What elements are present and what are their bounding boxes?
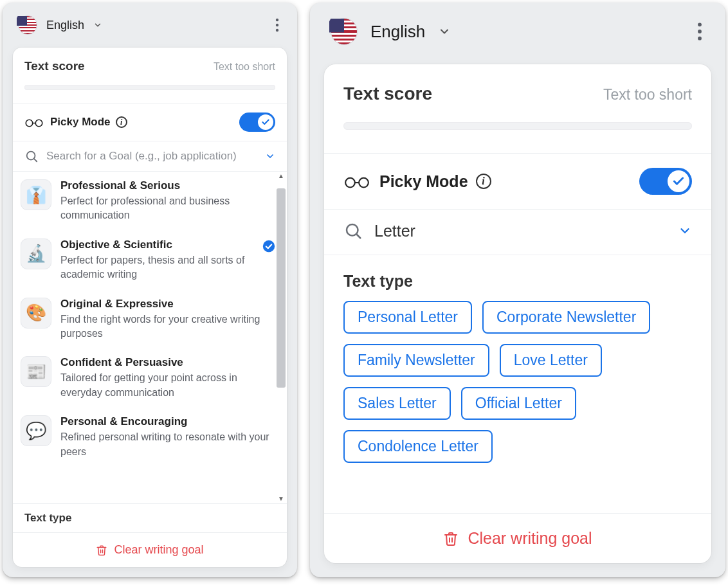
goal-search-input[interactable] xyxy=(374,222,666,240)
language-selector[interactable]: English xyxy=(18,15,102,35)
goal-search-input[interactable] xyxy=(46,150,257,163)
text-type-chip-group: Personal Letter Corporate Newsletter Fam… xyxy=(324,301,711,480)
svg-point-12 xyxy=(359,178,369,188)
flag-us-icon xyxy=(331,18,358,45)
goal-scrollbar[interactable]: ▲ ▼ xyxy=(277,172,286,503)
trash-icon xyxy=(443,531,459,546)
flag-us-icon xyxy=(18,15,37,35)
goal-list-scroll: 👔 Professional & Serious Perfect for pro… xyxy=(13,171,287,503)
picky-mode-label: Picky Mode i xyxy=(50,116,127,129)
briefcase-icon: 👔 xyxy=(21,179,51,210)
goal-item-professional[interactable]: 👔 Professional & Serious Perfect for pro… xyxy=(13,172,287,231)
scroll-up-arrow-icon[interactable]: ▲ xyxy=(278,172,284,181)
text-type-chip[interactable]: Official Letter xyxy=(461,387,576,420)
text-type-chip[interactable]: Sales Letter xyxy=(343,387,451,420)
score-card-right: Text score Text too short Picky Mode i xyxy=(324,64,711,563)
goal-title: Professional & Serious xyxy=(60,179,275,192)
text-type-chip[interactable]: Condolence Letter xyxy=(343,430,493,463)
svg-line-6 xyxy=(34,159,37,161)
svg-point-10 xyxy=(698,37,702,40)
scrollbar-thumb[interactable] xyxy=(277,188,286,388)
chevron-down-icon xyxy=(438,25,451,38)
svg-point-7 xyxy=(263,240,275,252)
goal-desc: Refined personal writing to resonate wit… xyxy=(60,430,275,459)
clear-goal-label: Clear writing goal xyxy=(114,543,203,557)
goal-dropdown-toggle[interactable] xyxy=(678,224,692,238)
more-menu-button[interactable] xyxy=(695,18,705,45)
score-progress-bar xyxy=(24,85,275,90)
goal-desc: Tailored for getting your point across i… xyxy=(60,371,275,400)
chevron-down-icon xyxy=(93,21,102,30)
goal-title: Objective & Scientific xyxy=(60,239,253,251)
search-icon xyxy=(24,149,39,163)
topbar-right: English xyxy=(310,3,725,64)
score-title: Text score xyxy=(24,59,85,73)
trash-icon xyxy=(96,544,107,556)
goal-item-original[interactable]: 🎨 Original & Expressive Find the right w… xyxy=(13,290,287,349)
goal-desc: Perfect for professional and business co… xyxy=(60,194,275,223)
svg-point-9 xyxy=(698,30,702,33)
topbar-left: English xyxy=(3,3,297,48)
goal-title: Original & Expressive xyxy=(60,298,275,310)
svg-point-0 xyxy=(276,19,278,21)
goal-search-row xyxy=(13,141,287,171)
text-type-heading: Text type xyxy=(324,255,711,301)
panel-left: English Text score Text too short Picky … xyxy=(3,3,297,577)
text-type-chip[interactable]: Love Letter xyxy=(500,344,602,377)
picky-mode-row: Picky Mode i xyxy=(13,104,287,141)
info-icon[interactable]: i xyxy=(476,174,491,189)
scroll-down-arrow-icon[interactable]: ▼ xyxy=(278,494,284,503)
clear-goal-label: Clear writing goal xyxy=(468,529,592,548)
goal-title: Personal & Encouraging xyxy=(60,415,275,428)
goal-item-confident[interactable]: 📰 Confident & Persuasive Tailored for ge… xyxy=(13,348,287,408)
svg-point-1 xyxy=(276,24,278,26)
score-progress-bar xyxy=(343,122,692,130)
search-icon xyxy=(343,221,363,240)
svg-point-2 xyxy=(276,29,278,32)
microscope-icon: 🔬 xyxy=(21,239,51,269)
toggle-knob xyxy=(258,114,273,130)
palette-icon: 🎨 xyxy=(21,298,51,328)
more-menu-button[interactable] xyxy=(273,14,282,36)
goal-list: 👔 Professional & Serious Perfect for pro… xyxy=(13,172,287,503)
language-selector[interactable]: English xyxy=(331,18,451,45)
svg-point-8 xyxy=(698,22,702,26)
goal-desc: Find the right words for your creative w… xyxy=(60,312,275,341)
toggle-knob xyxy=(668,170,689,192)
picky-mode-row: Picky Mode i xyxy=(324,154,711,209)
goal-dropdown-toggle[interactable] xyxy=(265,151,275,161)
goal-search-row xyxy=(324,210,711,255)
svg-line-14 xyxy=(356,234,360,238)
goal-title: Confident & Persuasive xyxy=(60,356,275,369)
goal-desc: Perfect for papers, thesis and all sorts… xyxy=(60,253,253,282)
clear-writing-goal-button[interactable]: Clear writing goal xyxy=(13,532,287,567)
score-status: Text too short xyxy=(603,86,692,104)
picky-mode-toggle[interactable] xyxy=(239,113,275,132)
clear-writing-goal-button[interactable]: Clear writing goal xyxy=(324,513,711,563)
glasses-icon xyxy=(343,174,370,189)
text-type-chip[interactable]: Personal Letter xyxy=(343,301,472,334)
score-title: Text score xyxy=(343,84,432,104)
panel-right: English Text score Text too short Picky … xyxy=(310,3,725,577)
svg-point-11 xyxy=(345,178,355,188)
text-type-chip[interactable]: Corporate Newsletter xyxy=(482,301,650,334)
selected-check-icon xyxy=(262,240,275,282)
speech-bubble-icon: 💬 xyxy=(21,415,51,446)
goal-item-personal[interactable]: 💬 Personal & Encouraging Refined persona… xyxy=(13,408,287,467)
language-label: English xyxy=(46,19,84,32)
newspaper-icon: 📰 xyxy=(21,356,51,387)
score-card-left: Text score Text too short Picky Mode i xyxy=(13,48,287,567)
info-icon[interactable]: i xyxy=(116,116,127,128)
glasses-icon xyxy=(24,116,44,128)
svg-point-4 xyxy=(35,120,42,127)
score-status: Text too short xyxy=(214,61,275,73)
text-type-chip[interactable]: Family Newsletter xyxy=(343,344,489,377)
goal-item-objective[interactable]: 🔬 Objective & Scientific Perfect for pap… xyxy=(13,231,287,290)
language-label: English xyxy=(370,22,425,42)
picky-mode-label: Picky Mode i xyxy=(379,172,491,191)
svg-point-3 xyxy=(26,120,33,127)
picky-mode-toggle[interactable] xyxy=(639,168,692,195)
text-type-heading: Text type xyxy=(13,503,287,532)
